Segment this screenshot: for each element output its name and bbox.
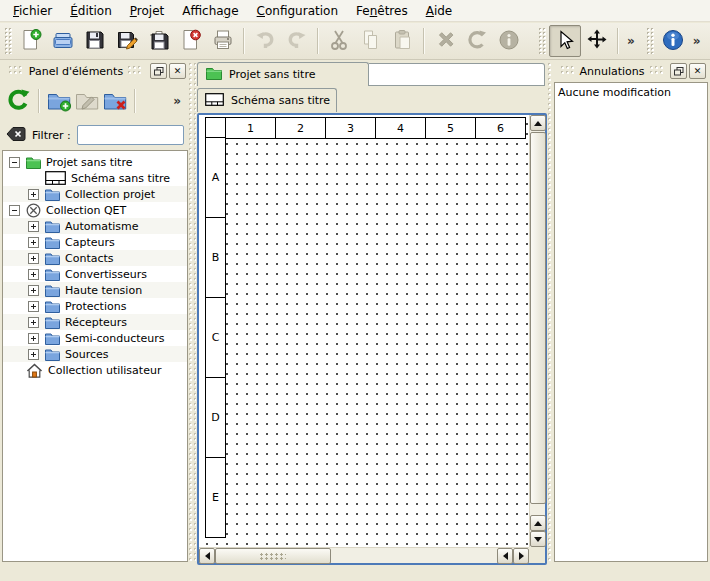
delete-category-button[interactable]	[101, 87, 129, 115]
tree-item-recepteurs[interactable]: Récepteurs	[3, 314, 187, 330]
collapse-expander-icon[interactable]	[9, 157, 20, 168]
toolbar-overflow-button[interactable]: »	[623, 34, 639, 48]
scroll-down-button[interactable]	[530, 531, 546, 547]
tree-item-sources[interactable]: Sources	[3, 346, 187, 362]
toolbar-separator	[38, 89, 40, 113]
tree-item-haute-tension[interactable]: Haute tension	[3, 282, 187, 298]
folder-icon	[45, 252, 60, 265]
copy-icon	[359, 28, 383, 55]
new-document-button[interactable]	[15, 25, 47, 57]
move-tool-button[interactable]	[581, 25, 613, 57]
tree-item-contacts[interactable]: Contacts	[3, 250, 187, 266]
select-tool-button[interactable]	[549, 25, 581, 57]
horizontal-scrollbar-thumb[interactable]	[215, 548, 331, 564]
tree-item-protections[interactable]: Protections	[3, 298, 187, 314]
tree-item-semi-conducteurs[interactable]: Semi-conducteurs	[3, 330, 187, 346]
expand-expander-icon[interactable]	[28, 269, 39, 280]
cut-button[interactable]	[323, 25, 355, 57]
menu-affichage[interactable]: Affichage	[173, 2, 247, 20]
copy-button[interactable]	[355, 25, 387, 57]
menu-fenetres[interactable]: Fenêtres	[347, 2, 417, 20]
scroll-left-button-right[interactable]	[497, 548, 513, 564]
panel-toolbar-overflow-button[interactable]: »	[169, 94, 185, 108]
save-button[interactable]	[79, 25, 111, 57]
print-button[interactable]	[207, 25, 239, 57]
menu-aide[interactable]: Aide	[417, 2, 462, 20]
scroll-right-button[interactable]	[513, 548, 529, 564]
scroll-up-button-bottom[interactable]	[530, 515, 546, 531]
rotate-button[interactable]	[461, 25, 493, 57]
expand-expander-icon[interactable]	[28, 349, 39, 360]
schema-icon	[45, 171, 66, 185]
save-as-button[interactable]	[111, 25, 143, 57]
save-all-icon	[147, 28, 171, 55]
elements-panel-titlebar[interactable]: Panel d'éléments ✕	[2, 62, 188, 80]
tree-item-project[interactable]: Projet sans titre	[3, 154, 187, 170]
schema-tab[interactable]: Schéma sans titre	[197, 88, 337, 112]
right-splitter-handle[interactable]	[548, 63, 553, 562]
schema-icon	[205, 93, 224, 109]
expand-expander-icon[interactable]	[28, 237, 39, 248]
expand-expander-icon[interactable]	[28, 285, 39, 296]
scrollbar-corner	[529, 547, 545, 563]
paste-button[interactable]	[387, 25, 419, 57]
toolbar-drag-handle[interactable]	[5, 28, 13, 54]
close-document-button[interactable]	[175, 25, 207, 57]
new-category-button[interactable]	[45, 87, 73, 115]
menu-configuration[interactable]: Configuration	[248, 2, 347, 20]
tree-item-collection-qet[interactable]: Collection QET	[3, 202, 187, 218]
expand-expander-icon[interactable]	[28, 221, 39, 232]
row-label: E	[205, 457, 226, 538]
info-gray-button[interactable]	[493, 25, 525, 57]
titlebar-texture	[561, 66, 574, 76]
expand-expander-icon[interactable]	[28, 333, 39, 344]
delete-icon	[433, 28, 457, 55]
open-button[interactable]	[47, 25, 79, 57]
menu-edition[interactable]: Édition	[61, 2, 121, 20]
redo-button[interactable]	[281, 25, 313, 57]
clear-filter-button[interactable]	[6, 126, 26, 145]
delete-button[interactable]	[429, 25, 461, 57]
toolbar-overflow-button[interactable]: »	[689, 34, 705, 48]
tree-item-convertisseurs[interactable]: Convertisseurs	[3, 266, 187, 282]
menu-fichier[interactable]: Fichier	[4, 2, 61, 20]
menu-projet[interactable]: Projet	[121, 2, 173, 20]
vertical-scrollbar[interactable]	[529, 115, 545, 547]
expand-expander-icon[interactable]	[28, 253, 39, 264]
tree-item-schema[interactable]: Schéma sans titre	[3, 170, 187, 186]
tree-item-collection-projet[interactable]: Collection projet	[3, 186, 187, 202]
horizontal-scrollbar[interactable]	[199, 547, 529, 563]
project-tab[interactable]: Projet sans titre	[197, 62, 369, 86]
tree-item-automatisme[interactable]: Automatisme	[3, 218, 187, 234]
about-info-button[interactable]	[657, 25, 689, 57]
save-as-icon	[115, 28, 139, 55]
save-all-button[interactable]	[143, 25, 175, 57]
collapse-expander-icon[interactable]	[9, 205, 20, 216]
undo-panel-titlebar[interactable]: Annulations ✕	[554, 62, 708, 80]
qelectrotech-window: { "menu": { "items": [ {"pre": "", "key"…	[0, 0, 710, 581]
scroll-up-button[interactable]	[530, 115, 546, 131]
expand-expander-icon[interactable]	[28, 189, 39, 200]
expand-expander-icon[interactable]	[28, 301, 39, 312]
tree-item-collection-utilisateur[interactable]: Collection utilisateur	[3, 362, 187, 378]
toolbar-drag-handle[interactable]	[539, 28, 547, 54]
tree-item-capteurs[interactable]: Capteurs	[3, 234, 187, 250]
toolbar-separator	[617, 28, 619, 54]
undo-list-item[interactable]: Aucune modification	[558, 85, 704, 100]
float-panel-button[interactable]	[670, 63, 687, 79]
vertical-scrollbar-thumb[interactable]	[530, 132, 546, 504]
reload-collections-button[interactable]	[5, 87, 33, 115]
filter-input[interactable]	[77, 125, 184, 145]
undo-button[interactable]	[249, 25, 281, 57]
left-splitter-handle[interactable]	[189, 63, 196, 562]
close-panel-button[interactable]: ✕	[169, 63, 186, 79]
column-label: 3	[325, 117, 376, 139]
edit-category-button[interactable]	[73, 87, 101, 115]
toolbar-drag-handle[interactable]	[647, 28, 655, 54]
close-panel-button[interactable]: ✕	[689, 63, 706, 79]
schema-drawing-area[interactable]: 1 2 3 4 5 6 A B C D E	[199, 115, 529, 547]
expand-expander-icon[interactable]	[28, 317, 39, 328]
scroll-left-button[interactable]	[199, 548, 215, 564]
float-panel-button[interactable]	[150, 63, 167, 79]
arrow-down-icon	[534, 537, 542, 542]
